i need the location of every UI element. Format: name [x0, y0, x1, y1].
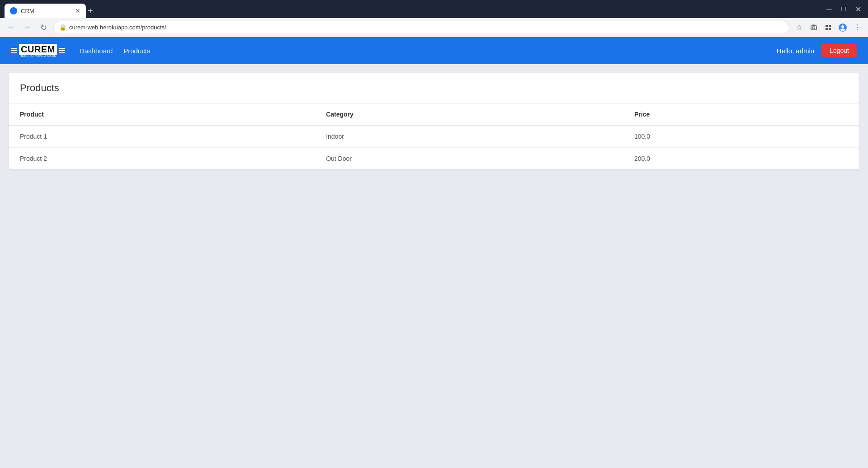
cell-category: Indoor: [315, 126, 623, 148]
toolbar-actions: ☆ ⋮: [793, 21, 863, 34]
active-tab[interactable]: CRM ✕: [5, 4, 86, 18]
logo-line-6: [59, 52, 65, 53]
forward-button[interactable]: →: [21, 21, 33, 34]
minimize-button[interactable]: ─: [824, 4, 835, 14]
logo-decoration-left: [11, 48, 17, 53]
refresh-button[interactable]: ↻: [37, 21, 50, 34]
cell-product: Product 2: [9, 148, 315, 170]
svg-rect-7: [829, 28, 831, 30]
table-header-row: Product Category Price: [9, 103, 859, 126]
svg-rect-6: [826, 28, 828, 30]
main-content: Products Product Category Price Product …: [0, 64, 868, 468]
products-table: Product Category Price Product 1Indoor10…: [9, 103, 859, 169]
svg-point-10: [840, 28, 845, 31]
svg-point-2: [813, 27, 815, 29]
bookmark-button[interactable]: ☆: [793, 21, 806, 34]
extensions-icon[interactable]: [822, 21, 835, 34]
logo-line-4: [59, 48, 65, 49]
maximize-button[interactable]: □: [838, 4, 849, 14]
google-account-icon[interactable]: [836, 21, 849, 34]
navbar-right: Hello, admin Logout: [777, 44, 857, 57]
tab-favicon: [10, 7, 17, 14]
table-row: Product 1Indoor100.0: [9, 126, 859, 148]
products-card: Products Product Category Price Product …: [9, 73, 859, 169]
logo-line-5: [59, 50, 65, 51]
new-tab-button[interactable]: +: [88, 6, 93, 18]
browser-toolbar: ← → ↻ 🔒 curem-web.herokuapp.com/products…: [0, 18, 868, 37]
logo-line-2: [11, 50, 17, 51]
window-controls: ─ □ ✕: [824, 4, 863, 14]
cell-price: 100.0: [623, 126, 859, 148]
cell-product: Product 1: [9, 126, 315, 148]
address-bar[interactable]: 🔒 curem-web.herokuapp.com/products/: [53, 21, 789, 34]
browser-chrome: CRM ✕ + ─ □ ✕: [0, 0, 868, 18]
col-header-product: Product: [9, 103, 315, 126]
logo-decoration-right: [59, 48, 65, 53]
browser-tabs: CRM ✕ +: [5, 0, 820, 18]
logo-line-1: [11, 48, 17, 49]
card-header: Products: [9, 73, 859, 103]
logout-button[interactable]: Logout: [821, 44, 857, 57]
table-body: Product 1Indoor100.0Product 2Out Door200…: [9, 126, 859, 170]
page-title: Products: [20, 82, 848, 94]
logo-line-3: [11, 52, 17, 53]
app-navbar: CUREM HERE TO MAKE A MARK Dashboard Prod…: [0, 37, 868, 64]
svg-point-9: [841, 25, 844, 28]
logo-group: CUREM HERE TO MAKE A MARK: [19, 44, 57, 57]
hello-text: Hello, admin: [777, 47, 814, 55]
cell-category: Out Door: [315, 148, 623, 170]
url-text: curem-web.herokuapp.com/products/: [69, 24, 783, 31]
nav-links: Dashboard Products: [80, 47, 151, 55]
app-logo: CUREM HERE TO MAKE A MARK: [11, 44, 65, 57]
svg-rect-4: [826, 25, 828, 27]
col-header-price: Price: [623, 103, 859, 126]
logo-text: CUREM: [19, 44, 57, 55]
svg-rect-5: [829, 25, 831, 27]
back-button[interactable]: ←: [5, 21, 17, 34]
table-header: Product Category Price: [9, 103, 859, 126]
logo-tagline: HERE TO MAKE A MARK: [20, 54, 57, 57]
close-button[interactable]: ✕: [853, 4, 863, 14]
svg-point-0: [11, 9, 16, 13]
table-row: Product 2Out Door200.0: [9, 148, 859, 170]
more-menu-button[interactable]: ⋮: [851, 21, 863, 34]
cell-price: 200.0: [623, 148, 859, 170]
col-header-category: Category: [315, 103, 623, 126]
tab-close-button[interactable]: ✕: [75, 8, 80, 14]
nav-dashboard[interactable]: Dashboard: [80, 47, 113, 55]
nav-products[interactable]: Products: [123, 47, 150, 55]
screenshot-icon[interactable]: [807, 21, 820, 34]
tab-title: CRM: [21, 8, 34, 14]
lock-icon: 🔒: [59, 24, 66, 31]
